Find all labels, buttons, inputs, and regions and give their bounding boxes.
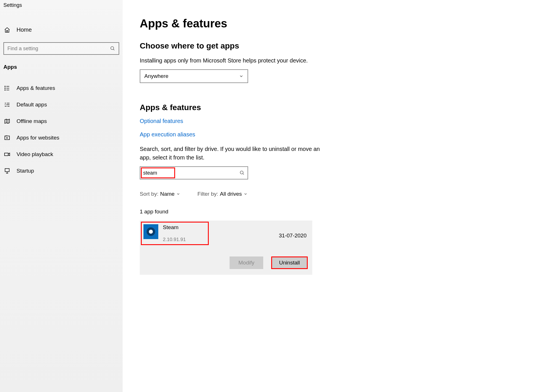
chevron-down-icon <box>239 74 244 78</box>
sidebar-item-apps-websites[interactable]: Apps for websites <box>0 130 123 146</box>
window-title: Settings <box>0 0 123 13</box>
app-version: 2.10.91.91 <box>163 237 186 243</box>
uninstall-button[interactable]: Uninstall <box>271 256 308 269</box>
svg-point-0 <box>111 47 114 50</box>
svg-rect-17 <box>5 153 8 155</box>
sidebar-item-apps-features[interactable]: Apps & features <box>0 80 123 96</box>
home-nav[interactable]: Home <box>0 24 123 36</box>
svg-point-4 <box>5 88 5 88</box>
app-source-select[interactable]: Anywhere <box>140 69 248 83</box>
sidebar-item-label: Offline maps <box>17 118 47 124</box>
optional-features-link[interactable]: Optional features <box>140 118 414 124</box>
video-playback-icon <box>4 151 10 157</box>
startup-icon <box>4 168 10 174</box>
main-content: Apps & features Choose where to get apps… <box>123 0 431 392</box>
app-actions: Modify Uninstall <box>141 256 308 269</box>
sidebar-item-label: Default apps <box>17 102 47 108</box>
sidebar-item-startup[interactable]: Startup <box>0 163 123 179</box>
offline-maps-icon <box>4 118 10 124</box>
chevron-down-icon <box>176 192 180 196</box>
apps-websites-icon <box>4 135 10 141</box>
svg-line-22 <box>243 173 244 175</box>
page-title: Apps & features <box>140 17 414 30</box>
sidebar-item-label: Apps for websites <box>17 135 59 141</box>
sidebar-item-offline-maps[interactable]: Offline maps <box>0 113 123 130</box>
apps-features-icon <box>4 85 10 91</box>
apps-section-desc: Search, sort, and filter by drive. If yo… <box>140 145 322 162</box>
filter-by-dropdown[interactable]: Filter by: All drives <box>197 191 248 197</box>
app-source-value: Anywhere <box>144 73 169 79</box>
svg-point-2 <box>5 86 5 86</box>
filter-label: Filter by: <box>197 191 218 197</box>
steam-icon <box>143 224 158 239</box>
sidebar-item-label: Apps & features <box>17 85 55 91</box>
sort-value: Name <box>160 191 175 197</box>
app-meta: Steam 2.10.91.91 <box>163 224 186 243</box>
search-icon <box>240 170 245 175</box>
modify-button: Modify <box>230 256 263 269</box>
choose-apps-desc: Installing apps only from Microsoft Stor… <box>140 56 322 65</box>
home-label: Home <box>17 27 32 33</box>
sidebar-item-video-playback[interactable]: Video playback <box>0 146 123 163</box>
svg-point-21 <box>240 171 243 174</box>
sidebar-nav-list: Apps & features Default apps Offline map… <box>0 80 123 179</box>
svg-line-1 <box>113 49 114 50</box>
sidebar-item-label: Video playback <box>17 151 53 157</box>
sort-filter-row: Sort by: Name Filter by: All drives <box>140 191 414 197</box>
svg-point-6 <box>5 90 5 90</box>
settings-sidebar: Settings Home Apps Apps & fe <box>0 0 123 392</box>
sort-label: Sort by: <box>140 191 158 197</box>
default-apps-icon <box>4 102 10 108</box>
app-search[interactable] <box>140 166 248 179</box>
apps-features-title: Apps & features <box>140 103 414 112</box>
settings-search-input[interactable] <box>7 46 110 52</box>
sidebar-item-default-apps[interactable]: Default apps <box>0 96 123 113</box>
svg-rect-18 <box>5 169 9 172</box>
search-icon <box>110 46 115 51</box>
app-name: Steam <box>163 224 186 231</box>
sidebar-item-label: Startup <box>17 168 34 174</box>
result-count: 1 app found <box>140 209 414 215</box>
choose-apps-title: Choose where to get apps <box>140 41 414 50</box>
sidebar-category: Apps <box>0 64 123 70</box>
app-search-input[interactable] <box>143 170 240 176</box>
chevron-down-icon <box>244 192 248 196</box>
highlight-annotation: Steam 2.10.91.91 <box>141 222 209 245</box>
home-icon <box>4 27 10 33</box>
filter-value: All drives <box>220 191 242 197</box>
app-install-date: 31-07-2020 <box>279 233 307 239</box>
settings-search[interactable] <box>3 42 119 55</box>
app-execution-aliases-link[interactable]: App execution aliases <box>140 131 414 138</box>
app-list-item[interactable]: Steam 2.10.91.91 31-07-2020 Modify Unins… <box>140 221 312 275</box>
sort-by-dropdown[interactable]: Sort by: Name <box>140 191 180 197</box>
